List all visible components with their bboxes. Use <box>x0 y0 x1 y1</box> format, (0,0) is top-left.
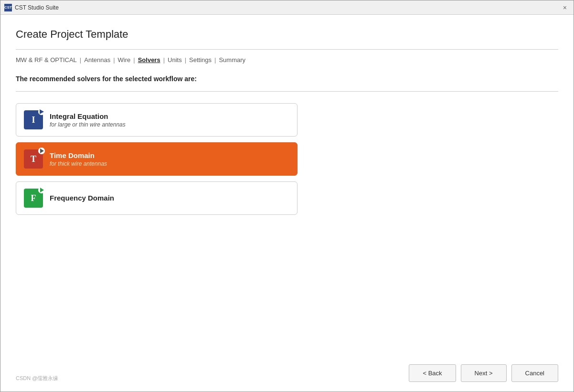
solver-letter-integral: I <box>32 115 35 125</box>
play-icon-frequency <box>40 188 44 192</box>
app-icon: CST <box>4 4 12 11</box>
breadcrumb-wire[interactable]: Wire <box>118 56 131 64</box>
next-button[interactable]: Next > <box>461 364 507 382</box>
breadcrumb-settings[interactable]: Settings <box>189 56 212 64</box>
main-content: Create Project Template MW & RF & OPTICA… <box>0 15 574 357</box>
solver-desc-time: for thick wire antennas <box>50 160 107 167</box>
sep-5: | <box>214 56 216 64</box>
solver-desc-integral: for large or thin wire antennas <box>50 121 126 128</box>
solver-badge-frequency <box>38 187 45 193</box>
section-divider <box>16 91 558 92</box>
play-icon-integral <box>40 109 44 114</box>
section-header: The recommended solvers for the selected… <box>16 75 558 83</box>
solver-icon-frequency-domain: F <box>24 189 43 208</box>
back-button[interactable]: < Back <box>409 364 456 382</box>
solver-text-integral: Integral Equation for large or thin wire… <box>50 112 126 128</box>
title-bar-left: CST CST Studio Suite <box>4 4 59 11</box>
sep-0: | <box>80 56 81 64</box>
sep-3: | <box>163 56 165 64</box>
solver-letter-time: T <box>31 154 36 164</box>
sep-1: | <box>113 56 115 64</box>
breadcrumb-antennas[interactable]: Antennas <box>84 56 110 64</box>
play-icon-time <box>40 148 44 153</box>
breadcrumb-units[interactable]: Units <box>168 56 182 64</box>
content-spacer <box>16 215 558 347</box>
solver-badge-integral <box>38 108 45 115</box>
page-title: Create Project Template <box>16 28 558 41</box>
solver-text-frequency: Frequency Domain <box>50 194 114 203</box>
sep-2: | <box>133 56 135 64</box>
footer: CSDN @儒雅永缘 < Back Next > Cancel <box>0 357 574 392</box>
breadcrumb-mw[interactable]: MW & RF & OPTICAL <box>16 56 77 64</box>
watermark: CSDN @儒雅永缘 <box>16 375 58 382</box>
solver-icon-integral-eq: I <box>24 110 43 129</box>
sep-4: | <box>185 56 186 64</box>
solver-name-frequency: Frequency Domain <box>50 194 114 202</box>
close-button[interactable]: × <box>560 3 570 12</box>
solver-list: I Integral Equation for large or thin wi… <box>16 103 298 215</box>
solver-card-frequency-domain[interactable]: F Frequency Domain <box>16 181 298 215</box>
solver-badge-time <box>38 148 45 154</box>
title-bar-title: CST Studio Suite <box>15 4 59 11</box>
breadcrumb-solvers[interactable]: Solvers <box>138 56 160 64</box>
breadcrumb-summary[interactable]: Summary <box>219 56 245 64</box>
main-window: CST CST Studio Suite × Create Project Te… <box>0 0 574 392</box>
solver-card-integral-eq[interactable]: I Integral Equation for large or thin wi… <box>16 103 298 137</box>
cancel-button[interactable]: Cancel <box>511 364 558 382</box>
solver-letter-frequency: F <box>31 193 36 203</box>
solver-card-time-domain[interactable]: T Time Domain for thick wire antennas <box>16 142 298 176</box>
solver-icon-time-domain: T <box>24 149 43 169</box>
solver-name-time: Time Domain <box>50 151 107 159</box>
title-bar: CST CST Studio Suite × <box>0 0 574 15</box>
solver-text-time: Time Domain for thick wire antennas <box>50 151 107 167</box>
solver-name-integral: Integral Equation <box>50 112 126 120</box>
top-divider <box>16 49 558 50</box>
breadcrumb: MW & RF & OPTICAL | Antennas | Wire | So… <box>16 56 558 64</box>
